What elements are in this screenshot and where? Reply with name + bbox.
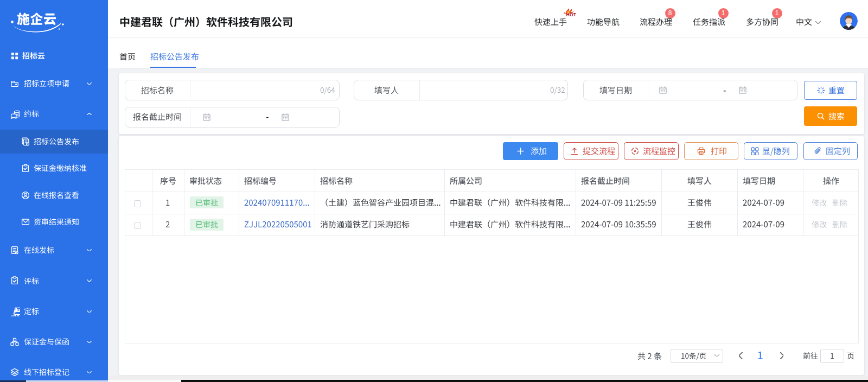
svg-text:HOT: HOT (566, 12, 577, 17)
